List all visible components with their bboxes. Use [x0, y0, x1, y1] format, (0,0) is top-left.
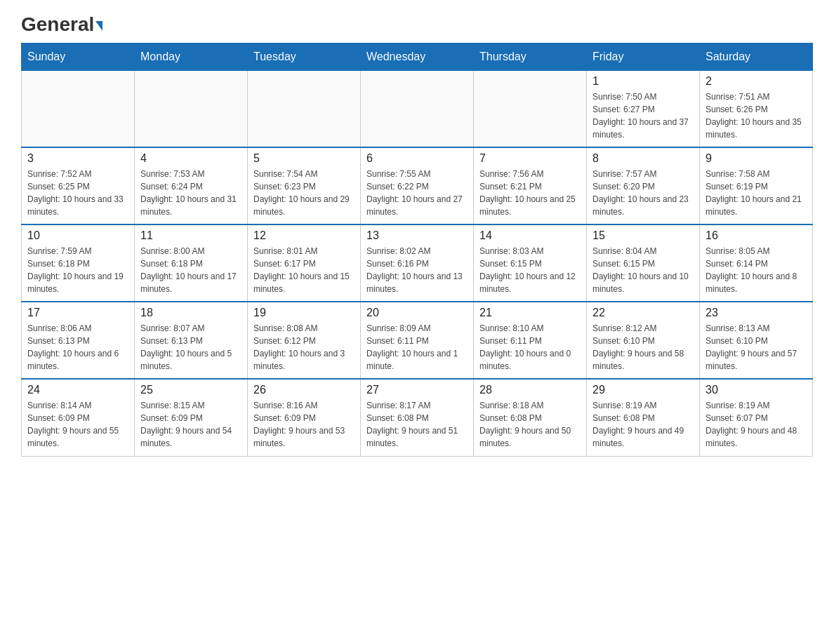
day-info: Sunrise: 7:53 AM Sunset: 6:24 PM Dayligh… [140, 168, 241, 218]
calendar-cell [361, 70, 474, 147]
day-number: 8 [593, 152, 694, 165]
calendar-cell: 28Sunrise: 8:18 AM Sunset: 6:08 PM Dayli… [474, 379, 587, 456]
day-number: 30 [706, 384, 807, 396]
calendar-table: SundayMondayTuesdayWednesdayThursdayFrid… [21, 43, 813, 457]
calendar-cell: 5Sunrise: 7:54 AM Sunset: 6:23 PM Daylig… [248, 147, 361, 224]
day-number: 7 [479, 152, 581, 165]
day-number: 12 [253, 229, 355, 242]
weekday-header-tuesday: Tuesday [248, 43, 361, 70]
day-number: 5 [253, 152, 355, 165]
day-info: Sunrise: 7:59 AM Sunset: 6:18 PM Dayligh… [27, 245, 128, 295]
day-number: 16 [706, 229, 807, 242]
day-info: Sunrise: 7:57 AM Sunset: 6:20 PM Dayligh… [593, 168, 694, 218]
day-number: 4 [140, 152, 241, 165]
day-number: 22 [593, 307, 694, 319]
day-info: Sunrise: 8:05 AM Sunset: 6:14 PM Dayligh… [706, 245, 807, 295]
calendar-cell: 14Sunrise: 8:03 AM Sunset: 6:15 PM Dayli… [474, 224, 587, 302]
calendar-cell: 24Sunrise: 8:14 AM Sunset: 6:09 PM Dayli… [22, 379, 135, 456]
day-info: Sunrise: 8:00 AM Sunset: 6:18 PM Dayligh… [140, 245, 241, 295]
day-number: 18 [140, 307, 241, 319]
weekday-header-thursday: Thursday [474, 43, 587, 70]
calendar-cell: 8Sunrise: 7:57 AM Sunset: 6:20 PM Daylig… [587, 147, 700, 224]
weekday-header-sunday: Sunday [22, 43, 135, 70]
day-info: Sunrise: 7:51 AM Sunset: 6:26 PM Dayligh… [706, 90, 807, 141]
day-info: Sunrise: 8:04 AM Sunset: 6:15 PM Dayligh… [593, 245, 694, 295]
day-number: 24 [27, 384, 128, 396]
calendar-cell: 29Sunrise: 8:19 AM Sunset: 6:08 PM Dayli… [587, 379, 700, 456]
day-number: 23 [706, 307, 807, 319]
day-number: 21 [479, 307, 581, 319]
calendar-cell: 1Sunrise: 7:50 AM Sunset: 6:27 PM Daylig… [587, 70, 700, 147]
week-row-4: 17Sunrise: 8:06 AM Sunset: 6:13 PM Dayli… [22, 302, 813, 379]
day-info: Sunrise: 8:12 AM Sunset: 6:10 PM Dayligh… [593, 322, 694, 373]
day-number: 13 [366, 229, 468, 242]
calendar-cell: 19Sunrise: 8:08 AM Sunset: 6:12 PM Dayli… [248, 302, 361, 379]
day-info: Sunrise: 7:50 AM Sunset: 6:27 PM Dayligh… [593, 90, 694, 141]
day-info: Sunrise: 7:56 AM Sunset: 6:21 PM Dayligh… [479, 168, 581, 218]
day-number: 14 [479, 229, 581, 242]
calendar-cell: 10Sunrise: 7:59 AM Sunset: 6:18 PM Dayli… [22, 224, 135, 302]
calendar-cell: 22Sunrise: 8:12 AM Sunset: 6:10 PM Dayli… [587, 302, 700, 379]
day-number: 11 [140, 229, 241, 242]
day-info: Sunrise: 8:06 AM Sunset: 6:13 PM Dayligh… [27, 322, 128, 373]
week-row-1: 1Sunrise: 7:50 AM Sunset: 6:27 PM Daylig… [22, 70, 813, 147]
weekday-header-monday: Monday [135, 43, 248, 70]
logo: General [21, 14, 102, 36]
calendar-cell: 16Sunrise: 8:05 AM Sunset: 6:14 PM Dayli… [700, 224, 813, 302]
day-number: 15 [593, 229, 694, 242]
day-info: Sunrise: 8:16 AM Sunset: 6:09 PM Dayligh… [253, 399, 355, 450]
calendar-cell: 15Sunrise: 8:04 AM Sunset: 6:15 PM Dayli… [587, 224, 700, 302]
day-number: 27 [366, 384, 468, 396]
day-number: 3 [27, 152, 128, 165]
day-number: 28 [479, 384, 581, 396]
calendar-cell: 18Sunrise: 8:07 AM Sunset: 6:13 PM Dayli… [135, 302, 248, 379]
day-info: Sunrise: 7:52 AM Sunset: 6:25 PM Dayligh… [27, 168, 128, 218]
calendar-cell: 13Sunrise: 8:02 AM Sunset: 6:16 PM Dayli… [361, 224, 474, 302]
calendar-cell: 7Sunrise: 7:56 AM Sunset: 6:21 PM Daylig… [474, 147, 587, 224]
calendar-cell: 26Sunrise: 8:16 AM Sunset: 6:09 PM Dayli… [248, 379, 361, 456]
calendar-cell: 30Sunrise: 8:19 AM Sunset: 6:07 PM Dayli… [700, 379, 813, 456]
calendar-cell: 9Sunrise: 7:58 AM Sunset: 6:19 PM Daylig… [700, 147, 813, 224]
calendar-cell: 6Sunrise: 7:55 AM Sunset: 6:22 PM Daylig… [361, 147, 474, 224]
calendar-cell: 23Sunrise: 8:13 AM Sunset: 6:10 PM Dayli… [700, 302, 813, 379]
calendar-cell: 27Sunrise: 8:17 AM Sunset: 6:08 PM Dayli… [361, 379, 474, 456]
day-info: Sunrise: 8:15 AM Sunset: 6:09 PM Dayligh… [140, 399, 241, 450]
day-number: 2 [706, 75, 807, 88]
day-number: 26 [253, 384, 355, 396]
calendar-cell: 2Sunrise: 7:51 AM Sunset: 6:26 PM Daylig… [700, 70, 813, 147]
day-number: 10 [27, 229, 128, 242]
weekday-header-wednesday: Wednesday [361, 43, 474, 70]
weekday-header-saturday: Saturday [700, 43, 813, 70]
day-info: Sunrise: 7:55 AM Sunset: 6:22 PM Dayligh… [366, 168, 468, 218]
day-info: Sunrise: 8:03 AM Sunset: 6:15 PM Dayligh… [479, 245, 581, 295]
day-number: 6 [366, 152, 468, 165]
day-info: Sunrise: 8:10 AM Sunset: 6:11 PM Dayligh… [479, 322, 581, 373]
header: General [21, 14, 813, 36]
day-number: 1 [593, 75, 694, 88]
calendar-cell [135, 70, 248, 147]
day-info: Sunrise: 8:08 AM Sunset: 6:12 PM Dayligh… [253, 322, 355, 373]
day-info: Sunrise: 7:54 AM Sunset: 6:23 PM Dayligh… [253, 168, 355, 218]
day-info: Sunrise: 7:58 AM Sunset: 6:19 PM Dayligh… [706, 168, 807, 218]
day-number: 9 [706, 152, 807, 165]
day-number: 29 [593, 384, 694, 396]
calendar-cell: 21Sunrise: 8:10 AM Sunset: 6:11 PM Dayli… [474, 302, 587, 379]
day-info: Sunrise: 8:17 AM Sunset: 6:08 PM Dayligh… [366, 399, 468, 450]
week-row-5: 24Sunrise: 8:14 AM Sunset: 6:09 PM Dayli… [22, 379, 813, 456]
day-info: Sunrise: 8:19 AM Sunset: 6:08 PM Dayligh… [593, 399, 694, 450]
week-row-3: 10Sunrise: 7:59 AM Sunset: 6:18 PM Dayli… [22, 224, 813, 302]
day-info: Sunrise: 8:19 AM Sunset: 6:07 PM Dayligh… [706, 399, 807, 450]
calendar-cell [474, 70, 587, 147]
day-info: Sunrise: 8:14 AM Sunset: 6:09 PM Dayligh… [27, 399, 128, 450]
calendar-cell: 20Sunrise: 8:09 AM Sunset: 6:11 PM Dayli… [361, 302, 474, 379]
calendar-cell: 3Sunrise: 7:52 AM Sunset: 6:25 PM Daylig… [22, 147, 135, 224]
day-info: Sunrise: 8:13 AM Sunset: 6:10 PM Dayligh… [706, 322, 807, 373]
day-info: Sunrise: 8:07 AM Sunset: 6:13 PM Dayligh… [140, 322, 241, 373]
day-number: 17 [27, 307, 128, 319]
calendar-cell [248, 70, 361, 147]
calendar-cell: 25Sunrise: 8:15 AM Sunset: 6:09 PM Dayli… [135, 379, 248, 456]
day-info: Sunrise: 8:01 AM Sunset: 6:17 PM Dayligh… [253, 245, 355, 295]
day-number: 19 [253, 307, 355, 319]
day-info: Sunrise: 8:18 AM Sunset: 6:08 PM Dayligh… [479, 399, 581, 450]
calendar-cell [22, 70, 135, 147]
